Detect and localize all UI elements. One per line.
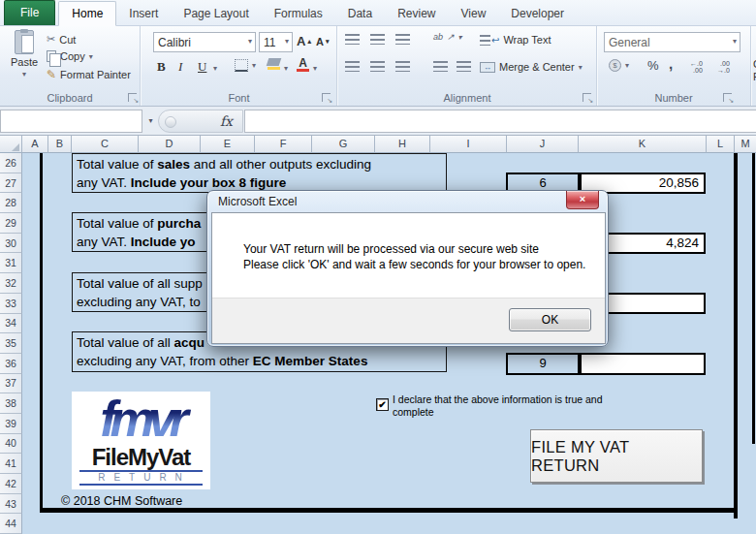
declaration-checkbox[interactable]: ✔: [376, 398, 389, 411]
tab-data[interactable]: Data: [335, 2, 385, 25]
tab-developer[interactable]: Developer: [498, 2, 577, 25]
increase-indent-button[interactable]: [457, 61, 471, 72]
row-header-32[interactable]: 32: [0, 273, 22, 294]
font-color-dropdown-icon[interactable]: ▾: [313, 64, 317, 73]
borders-button[interactable]: ▾: [235, 59, 256, 72]
col-header-a[interactable]: A: [22, 136, 48, 153]
row-header-33[interactable]: 33: [0, 294, 22, 314]
align-center-button[interactable]: [370, 61, 385, 72]
italic-button[interactable]: I: [178, 59, 182, 75]
row-header-36[interactable]: 36: [0, 354, 22, 374]
font-name-combo[interactable]: Calibri ▾: [153, 32, 256, 52]
row-header-40[interactable]: 40: [0, 434, 22, 455]
row-header-27[interactable]: 27: [0, 173, 22, 194]
increase-decimal-button[interactable]: ←.0 .00: [690, 60, 703, 74]
vat-box9-value[interactable]: [580, 353, 706, 375]
align-top-button[interactable]: [345, 34, 360, 45]
select-all-corner[interactable]: [0, 136, 22, 153]
col-header-f[interactable]: F: [255, 136, 312, 153]
percent-style-button[interactable]: %: [647, 58, 659, 73]
row-header-42[interactable]: 42: [0, 474, 22, 494]
alignment-dialog-launcher-icon[interactable]: ↘: [583, 93, 591, 102]
cut-label: Cut: [59, 34, 76, 46]
font-size-combo[interactable]: 11 ▾: [259, 32, 293, 52]
fill-color-button[interactable]: [268, 58, 280, 70]
row-header-29[interactable]: 29: [0, 213, 22, 234]
orientation-button[interactable]: ab↗ ▾: [433, 32, 462, 42]
accounting-format-button[interactable]: $ ▾: [609, 59, 629, 72]
tab-file[interactable]: File: [4, 0, 55, 25]
tab-view[interactable]: View: [449, 2, 499, 25]
row-header-28[interactable]: 28: [0, 193, 22, 213]
row-header-44[interactable]: 44: [0, 514, 22, 534]
underline-dropdown-icon[interactable]: ▾: [213, 64, 217, 73]
col-header-d[interactable]: D: [139, 136, 201, 153]
tab-review[interactable]: Review: [385, 2, 448, 25]
col-header-j[interactable]: J: [507, 136, 579, 153]
wrap-text-button[interactable]: ↩ Wrap Text: [480, 34, 551, 46]
clipboard-dialog-launcher-icon[interactable]: ↘: [128, 93, 137, 102]
formula-input[interactable]: [244, 110, 756, 133]
close-icon: ×: [580, 193, 585, 204]
col-header-l[interactable]: L: [707, 136, 735, 153]
font-name-dropdown-icon[interactable]: ▾: [248, 37, 252, 46]
row-header-41[interactable]: 41: [0, 454, 22, 474]
align-right-button[interactable]: [395, 61, 410, 72]
tab-insert[interactable]: Insert: [116, 2, 171, 25]
row-header-43[interactable]: 43: [0, 494, 22, 515]
font-dialog-launcher-icon[interactable]: ↘: [322, 93, 331, 102]
copy-button[interactable]: Copy ▾: [47, 50, 93, 62]
decrease-indent-button[interactable]: [433, 61, 448, 72]
row-header-34[interactable]: 34: [0, 314, 22, 334]
font-size-dropdown-icon[interactable]: ▾: [285, 37, 289, 46]
comma-style-button[interactable]: ,: [669, 55, 673, 72]
decrease-decimal-button[interactable]: .00 →.0: [717, 60, 730, 74]
number-format-dropdown-icon[interactable]: ▾: [733, 37, 737, 46]
col-header-g[interactable]: G: [312, 136, 375, 153]
col-header-e[interactable]: E: [201, 136, 255, 153]
format-painter-button[interactable]: ✎ Format Painter: [47, 68, 131, 81]
row-header-26[interactable]: 26: [0, 153, 22, 173]
number-format-value: General: [609, 36, 650, 49]
merge-center-button[interactable]: ↔ Merge & Center ▾: [480, 61, 583, 73]
col-header-m[interactable]: M: [735, 136, 756, 153]
number-dialog-launcher-icon[interactable]: ↘: [723, 93, 732, 102]
dialog-close-button[interactable]: ×: [566, 191, 599, 209]
row-header-39[interactable]: 39: [0, 414, 22, 434]
grow-font-button[interactable]: A▴: [297, 34, 311, 48]
orientation-icon: ab: [433, 32, 443, 42]
cut-button[interactable]: ✂ Cut: [47, 33, 76, 46]
file-my-vat-return-button[interactable]: FILE MY VAT RETURN: [530, 429, 703, 483]
col-header-i[interactable]: I: [430, 136, 507, 153]
name-box[interactable]: [0, 110, 142, 133]
align-middle-button[interactable]: [370, 34, 385, 45]
align-left-button[interactable]: [345, 61, 360, 72]
align-bottom-button[interactable]: [395, 34, 410, 45]
dialog-ok-button[interactable]: OK: [509, 308, 591, 331]
shrink-font-button[interactable]: A▾: [316, 36, 329, 47]
paste-button[interactable]: Paste ▾: [6, 30, 43, 79]
row-header-37[interactable]: 37: [0, 374, 22, 394]
tab-home[interactable]: Home: [58, 1, 116, 26]
merge-center-dropdown-icon[interactable]: ▾: [579, 63, 583, 72]
tab-formulas[interactable]: Formulas: [262, 2, 335, 25]
paste-dropdown-icon[interactable]: ▾: [22, 70, 26, 79]
row-header-38[interactable]: 38: [0, 393, 22, 414]
col-header-h[interactable]: H: [375, 136, 430, 153]
copy-icon: [47, 50, 56, 62]
number-format-combo[interactable]: General ▾: [604, 32, 740, 52]
tab-page-layout[interactable]: Page Layout: [171, 2, 261, 25]
name-box-dropdown-icon[interactable]: ▾: [143, 110, 158, 133]
fill-dropdown-icon[interactable]: ▾: [284, 64, 288, 73]
font-color-button[interactable]: A: [297, 56, 309, 72]
col-header-c[interactable]: C: [72, 136, 139, 153]
row-header-35[interactable]: 35: [0, 333, 22, 354]
row-header-31[interactable]: 31: [0, 253, 22, 273]
insert-function-area[interactable]: fx: [158, 110, 243, 133]
underline-button[interactable]: U: [198, 59, 206, 75]
bold-button[interactable]: B: [157, 59, 166, 75]
fx-icon[interactable]: fx: [220, 113, 233, 129]
col-header-k[interactable]: K: [579, 136, 707, 153]
col-header-b[interactable]: B: [48, 136, 72, 153]
row-header-30[interactable]: 30: [0, 234, 22, 254]
